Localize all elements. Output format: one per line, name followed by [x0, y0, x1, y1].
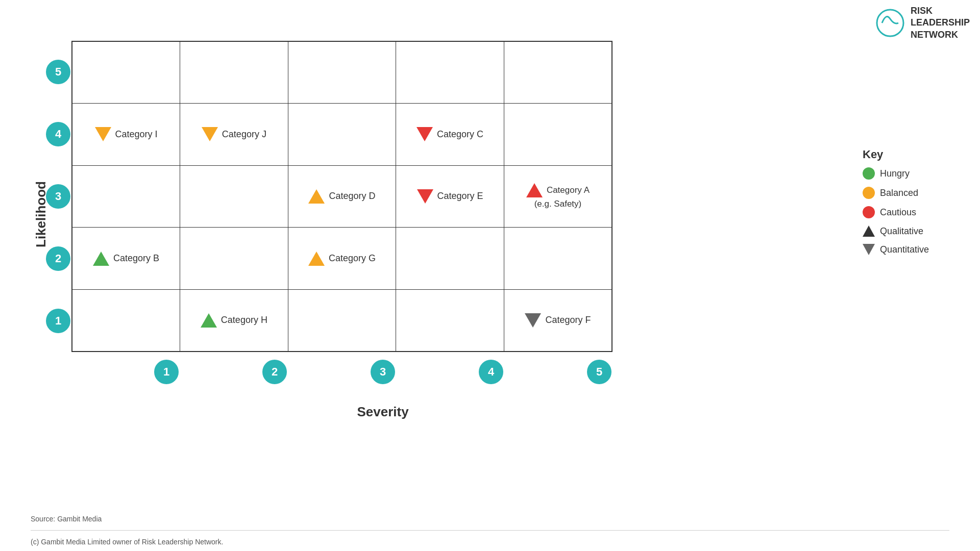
risk-matrix: Category I Category J Category C — [71, 41, 612, 352]
cell-r1-c2: Category H — [180, 289, 288, 352]
triangle-down-gray-icon — [525, 313, 541, 328]
cell-r3-c3: Category D — [288, 165, 396, 228]
quantitative-icon — [863, 244, 875, 255]
cell-r4-c5 — [504, 104, 612, 166]
category-e-label: Category E — [437, 191, 483, 202]
triangle-down-orange-icon — [202, 127, 218, 141]
y-bubble-1: 1 — [46, 309, 70, 333]
x-bubble-3: 3 — [371, 360, 395, 384]
cell-r3-c1 — [72, 165, 180, 228]
cell-r4-c2: Category J — [180, 104, 288, 166]
hungry-icon — [863, 167, 875, 180]
cell-r2-c3: Category G — [288, 228, 396, 290]
balanced-icon — [863, 187, 875, 199]
key-item-balanced: Balanced — [863, 187, 965, 199]
logo-icon — [875, 8, 905, 38]
qualitative-label: Qualitative — [880, 226, 923, 237]
y-axis-numbers: 1 2 3 4 5 — [46, 41, 70, 352]
triangle-up-green-icon — [201, 313, 217, 328]
category-c-label: Category C — [437, 129, 483, 140]
y-bubble-4: 4 — [46, 122, 70, 146]
category-b-label: Category B — [113, 253, 159, 264]
logo-text: RISK LEADERSHIP NETWORK — [911, 5, 970, 41]
key-item-cautious: Cautious — [863, 206, 965, 218]
category-g-label: Category G — [329, 253, 376, 264]
triangle-up-orange-icon — [308, 252, 325, 266]
category-a-label: Category A — [547, 185, 590, 195]
triangle-up-orange-icon — [308, 189, 325, 204]
cell-r4-c1: Category I — [72, 104, 180, 166]
category-h-label: Category H — [221, 315, 267, 325]
chart-container: Likelihood 1 2 3 4 5 — [31, 41, 633, 388]
cell-r3-c5: Category A (e.g. Safety) — [504, 165, 612, 228]
cell-r5-c3 — [288, 41, 396, 104]
triangle-down-red-icon — [417, 189, 433, 204]
cell-r5-c4 — [396, 41, 504, 104]
cautious-label: Cautious — [880, 207, 916, 218]
category-d-label: Category D — [329, 191, 375, 202]
source-text: Source: Gambit Media — [31, 515, 102, 523]
cell-r4-c3 — [288, 104, 396, 166]
cell-r1-c4 — [396, 289, 504, 352]
triangle-down-red-icon — [416, 127, 433, 141]
copyright-text: (c) Gambit Media Limited owner of Risk L… — [31, 538, 223, 546]
footer-divider — [31, 530, 949, 531]
triangle-up-red-icon — [526, 183, 543, 197]
x-bubble-2: 2 — [262, 360, 287, 384]
cell-r2-c2 — [180, 228, 288, 290]
cell-r3-c4: Category E — [396, 165, 504, 228]
qualitative-icon — [863, 226, 875, 237]
key-item-hungry: Hungry — [863, 167, 965, 180]
grid-area: Category I Category J Category C — [71, 41, 612, 352]
key-title: Key — [863, 148, 965, 161]
svg-point-0 — [877, 10, 903, 36]
x-bubble-1: 1 — [154, 360, 179, 384]
y-bubble-5: 5 — [46, 60, 70, 84]
cell-r1-c1 — [72, 289, 180, 352]
cell-r5-c1 — [72, 41, 180, 104]
category-a-sublabel: (e.g. Safety) — [534, 199, 582, 209]
x-bubble-4: 4 — [479, 360, 503, 384]
category-f-label: Category F — [545, 315, 591, 325]
cell-r5-c5 — [504, 41, 612, 104]
cell-r4-c4: Category C — [396, 104, 504, 166]
cell-r1-c3 — [288, 289, 396, 352]
cell-r2-c5 — [504, 228, 612, 290]
y-bubble-2: 2 — [46, 246, 70, 271]
category-j-label: Category J — [222, 129, 266, 140]
key-item-quantitative: Quantitative — [863, 244, 965, 255]
cell-r2-c4 — [396, 228, 504, 290]
hungry-label: Hungry — [880, 168, 910, 179]
logo-area: RISK LEADERSHIP NETWORK — [875, 5, 970, 41]
quantitative-label: Quantitative — [880, 244, 929, 255]
x-axis-numbers: 1 2 3 4 5 Severity — [112, 355, 653, 389]
y-bubble-3: 3 — [46, 184, 70, 209]
cautious-icon — [863, 206, 875, 218]
cell-r5-c2 — [180, 41, 288, 104]
balanced-label: Balanced — [880, 188, 918, 198]
cell-r3-c2 — [180, 165, 288, 228]
key-item-qualitative: Qualitative — [863, 226, 965, 237]
category-i-label: Category I — [115, 129, 158, 140]
key-area: Key Hungry Balanced Cautious Qualitative… — [863, 148, 965, 262]
triangle-up-green-icon — [93, 252, 109, 266]
triangle-down-orange-icon — [95, 127, 111, 141]
cell-r1-c5: Category F — [504, 289, 612, 352]
x-axis-label: Severity — [357, 404, 408, 420]
cell-r2-c1: Category B — [72, 228, 180, 290]
x-bubble-5: 5 — [587, 360, 611, 384]
